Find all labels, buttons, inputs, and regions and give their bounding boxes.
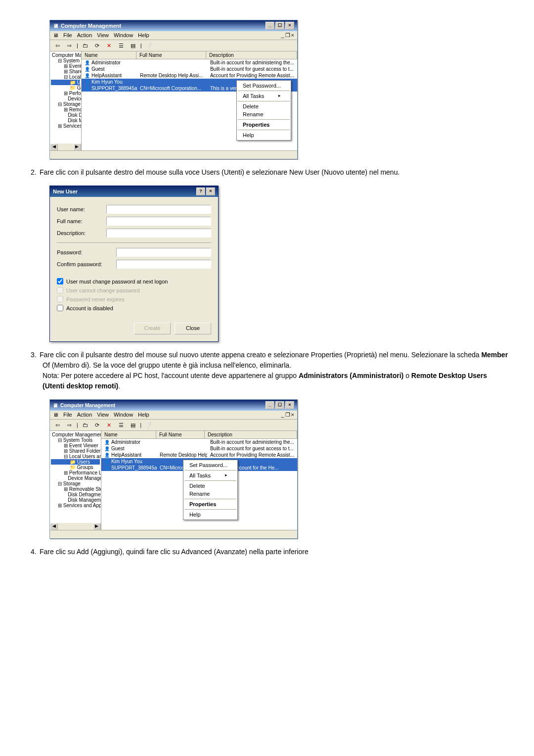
tree-shared[interactable]: ⊞ Shared Folders bbox=[51, 448, 100, 454]
tree-pane[interactable]: Computer Management (Local) ⊟ System Too… bbox=[50, 431, 101, 530]
up-icon[interactable]: 🗀 bbox=[81, 41, 90, 50]
tree-groups[interactable]: 📁 Groups bbox=[51, 85, 80, 91]
delete-icon[interactable]: ✕ bbox=[105, 421, 114, 429]
tree-remov[interactable]: ⊞ Removable Storage bbox=[51, 486, 100, 492]
tree-lug[interactable]: ⊟ Local Users and Groups bbox=[51, 454, 100, 459]
ctx-properties[interactable]: Properties bbox=[238, 121, 290, 129]
properties-icon[interactable]: ☰ bbox=[117, 421, 126, 429]
tree-defrag[interactable]: Disk Defragmenter bbox=[51, 492, 100, 497]
menu-action[interactable]: Action bbox=[77, 412, 92, 418]
close-button[interactable]: × bbox=[285, 401, 294, 409]
tree-event[interactable]: ⊞ Event Viewer bbox=[51, 63, 80, 69]
mdi-minimize-button[interactable]: _ bbox=[281, 412, 284, 418]
mdi-restore-button[interactable]: ❐ bbox=[285, 412, 290, 418]
ctx-rename[interactable]: Rename bbox=[238, 110, 290, 118]
mdi-close-button[interactable]: × bbox=[291, 412, 294, 418]
scroll-left-icon[interactable]: ◀ bbox=[50, 143, 58, 150]
fullname-input[interactable] bbox=[106, 217, 211, 226]
tree-storage[interactable]: ⊟ Storage bbox=[51, 481, 100, 486]
minimize-button[interactable]: _ bbox=[266, 401, 274, 409]
tree-users[interactable]: 📁 Users bbox=[51, 80, 80, 85]
confirm-password-input[interactable] bbox=[116, 260, 211, 269]
ctx-all-tasks[interactable]: All Tasks bbox=[238, 92, 290, 100]
scroll-right-icon[interactable]: ▶ bbox=[73, 143, 81, 150]
list-pane[interactable]: Name Full Name Description Administrator… bbox=[82, 51, 297, 150]
col-name[interactable]: Name bbox=[101, 431, 156, 438]
ctx-delete[interactable]: Delete bbox=[184, 482, 236, 490]
user-row[interactable]: Administrator Built-in account for admin… bbox=[82, 59, 297, 66]
tree-event[interactable]: ⊞ Event Viewer bbox=[51, 443, 100, 448]
col-desc[interactable]: Description bbox=[205, 431, 297, 438]
chk-must-change[interactable] bbox=[57, 278, 63, 284]
tree-perf[interactable]: ⊞ Performance Logs and Alerts bbox=[51, 470, 100, 475]
tree-services[interactable]: ⊞ Services and Applications bbox=[51, 123, 80, 129]
password-input[interactable] bbox=[116, 248, 211, 257]
dialog-titlebar[interactable]: New User ? × bbox=[50, 186, 218, 197]
nav-back-icon[interactable]: ⇦ bbox=[53, 41, 62, 50]
tree-h-scrollbar[interactable]: ◀ ▶ bbox=[50, 523, 101, 530]
tree-devmgr[interactable]: Device Manager bbox=[51, 96, 80, 101]
mdi-minimize-button[interactable]: _ bbox=[281, 32, 284, 39]
tree-systools[interactable]: ⊟ System Tools bbox=[51, 58, 80, 63]
menu-action[interactable]: Action bbox=[77, 32, 92, 39]
tree-users[interactable]: 📁 Users bbox=[51, 459, 100, 465]
col-full[interactable]: Full Name bbox=[136, 51, 206, 59]
refresh-icon[interactable]: ⟳ bbox=[93, 421, 102, 429]
delete-icon[interactable]: ✕ bbox=[105, 41, 114, 50]
titlebar[interactable]: 🖥 Computer Management _ ☐ × bbox=[50, 20, 297, 31]
close-button[interactable]: × bbox=[285, 22, 294, 30]
help-icon[interactable]: ❔ bbox=[144, 421, 153, 429]
description-input[interactable] bbox=[106, 229, 211, 237]
titlebar[interactable]: 🖥 Computer Management _ ☐ × bbox=[50, 400, 297, 411]
col-desc[interactable]: Description bbox=[206, 51, 297, 59]
tree-lug[interactable]: ⊟ Local Users and Groups bbox=[51, 74, 80, 80]
minimize-button[interactable]: _ bbox=[266, 22, 274, 30]
user-row[interactable]: HelpAssistant Remote Desktop Help Assi..… bbox=[82, 72, 297, 79]
ctx-all-tasks[interactable]: All Tasks bbox=[184, 472, 236, 479]
up-icon[interactable]: 🗀 bbox=[81, 421, 90, 429]
tree-diskmgmt[interactable]: Disk Management bbox=[51, 118, 80, 123]
tree-root[interactable]: Computer Management (Local) bbox=[51, 52, 80, 58]
menu-help[interactable]: Help bbox=[138, 32, 149, 39]
close-dialog-button[interactable]: Close bbox=[175, 323, 211, 334]
scroll-right-icon[interactable]: ▶ bbox=[93, 523, 101, 530]
ctx-set-password[interactable]: Set Password... bbox=[184, 461, 236, 469]
tree-groups[interactable]: 📁 Groups bbox=[51, 465, 100, 470]
menu-help[interactable]: Help bbox=[138, 412, 149, 418]
tree-defrag[interactable]: Disk Defragmenter bbox=[51, 112, 80, 118]
tree-pane[interactable]: Computer Management (Local) ⊟ System Too… bbox=[50, 51, 82, 150]
tree-storage[interactable]: ⊟ Storage bbox=[51, 101, 80, 107]
refresh-icon[interactable]: ⟳ bbox=[93, 41, 102, 50]
user-row[interactable]: Guest Built-in account for guest access … bbox=[82, 66, 297, 72]
properties-icon[interactable]: ☰ bbox=[117, 41, 126, 50]
maximize-button[interactable]: ☐ bbox=[275, 22, 284, 30]
mdi-close-button[interactable]: × bbox=[291, 32, 294, 39]
ctx-delete[interactable]: Delete bbox=[238, 102, 290, 110]
maximize-button[interactable]: ☐ bbox=[275, 401, 284, 409]
menu-view[interactable]: View bbox=[97, 412, 109, 418]
mdi-restore-button[interactable]: ❐ bbox=[285, 32, 290, 39]
ctx-set-password[interactable]: Set Password... bbox=[238, 82, 290, 90]
username-input[interactable] bbox=[106, 205, 211, 214]
export-icon[interactable]: ▤ bbox=[129, 41, 137, 50]
user-row[interactable]: Administrator Built-in account for admin… bbox=[101, 439, 297, 445]
tree-services[interactable]: ⊞ Services and Applications bbox=[51, 503, 100, 508]
menu-file[interactable]: File bbox=[63, 412, 72, 418]
scroll-left-icon[interactable]: ◀ bbox=[50, 523, 58, 530]
tree-remov[interactable]: ⊞ Removable Storage bbox=[51, 107, 80, 112]
chk-account-disabled[interactable] bbox=[57, 305, 63, 311]
menu-view[interactable]: View bbox=[97, 32, 109, 39]
help-icon[interactable]: ❔ bbox=[145, 41, 154, 50]
nav-back-icon[interactable]: ⇦ bbox=[53, 421, 62, 429]
menu-window[interactable]: Window bbox=[114, 32, 133, 39]
tree-h-scrollbar[interactable]: ◀ ▶ bbox=[50, 143, 81, 150]
tree-perf[interactable]: ⊞ Performance Logs and Alerts bbox=[51, 91, 80, 96]
nav-forward-icon[interactable]: ⇨ bbox=[65, 421, 74, 429]
tree-shared[interactable]: ⊞ Shared Folders bbox=[51, 69, 80, 74]
nav-forward-icon[interactable]: ⇨ bbox=[65, 41, 74, 50]
user-row[interactable]: HelpAssistant Remote Desktop Help Assi..… bbox=[101, 452, 297, 458]
tree-diskmgmt[interactable]: Disk Management bbox=[51, 497, 100, 503]
tree-devmgr[interactable]: Device Manager bbox=[51, 475, 100, 481]
ctx-rename[interactable]: Rename bbox=[184, 490, 236, 498]
ctx-help[interactable]: Help bbox=[238, 131, 290, 139]
